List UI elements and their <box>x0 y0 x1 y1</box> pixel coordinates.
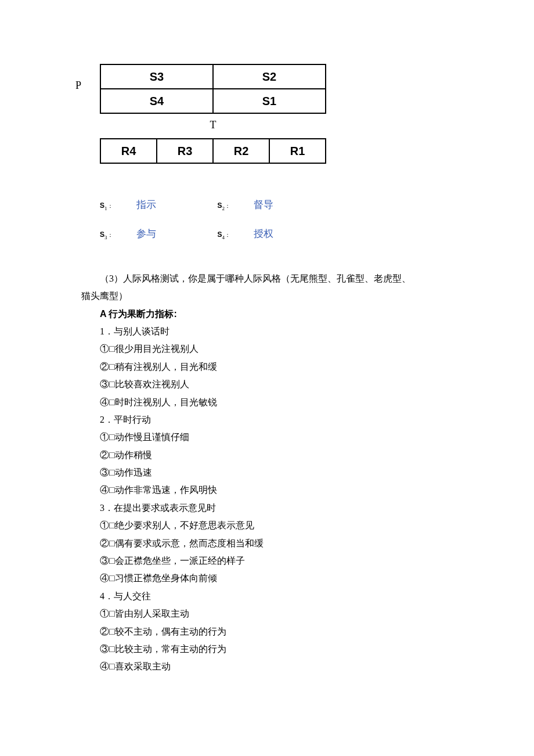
legend-s3-value: 参与 <box>136 225 218 243</box>
option-text: ④□时时注视别人，目光敏锐 <box>81 394 453 411</box>
leadership-style-diagram: P S3 S2 S4 S1 T R4 R3 R2 R1 S1： 指示 <box>93 64 453 244</box>
axis-label-t: T <box>100 114 326 138</box>
axis-label-p: P <box>75 75 81 95</box>
option-text: ④□动作非常迅速，作风明快 <box>81 481 453 499</box>
legend-s1-key: S1： <box>100 199 136 214</box>
option-text: ①□很少用目光注视别人 <box>81 340 453 358</box>
option-text: ③□比较喜欢注视别人 <box>81 376 453 393</box>
question-text: 3．在提出要求或表示意见时 <box>81 499 453 517</box>
questionnaire-body: （3）人际风格测试，你是属于哪种人际风格（无尾熊型、孔雀型、老虎型、 猫头鹰型）… <box>81 270 453 676</box>
quadrant-s4: S4 <box>100 89 213 113</box>
option-text: ②□动作稍慢 <box>81 447 453 464</box>
legend-s2-key: S2： <box>218 199 254 214</box>
quadrant-s1: S1 <box>213 89 326 113</box>
question-text: 1．与别人谈话时 <box>81 323 453 340</box>
option-text: ③□比较主动，常有主动的行为 <box>81 640 453 658</box>
readiness-r1: R1 <box>269 139 326 163</box>
option-text: ④□习惯正襟危坐身体向前倾 <box>81 570 453 587</box>
legend-s3-key: S3： <box>100 228 136 243</box>
readiness-r2: R2 <box>213 139 269 163</box>
section-a-title: A 行为果断力指标: <box>81 305 453 323</box>
readiness-r4: R4 <box>100 139 157 163</box>
quadrant-s2: S2 <box>213 64 326 89</box>
option-text: ③□动作迅速 <box>81 464 453 481</box>
readiness-row-table: R4 R3 R2 R1 <box>100 138 326 164</box>
option-text: ②□偶有要求或示意，然而态度相当和缓 <box>81 535 453 552</box>
option-text: ①□皆由别人采取主动 <box>81 605 453 622</box>
style-quadrant-table: S3 S2 S4 S1 <box>100 64 326 114</box>
readiness-r3: R3 <box>157 139 213 163</box>
legend-s4-key: S4： <box>218 228 254 243</box>
style-legend: S1： 指示 S2： 督导 S3： 参与 S4： 授权 <box>100 196 453 244</box>
option-text: ②□较不主动，偶有主动的行为 <box>81 623 453 640</box>
option-text: ②□稍有注视别人，目光和缓 <box>81 358 453 376</box>
legend-s2-value: 督导 <box>254 196 335 214</box>
intro-line-2: 猫头鹰型） <box>81 287 453 305</box>
option-text: ①□动作慢且谨慎仔细 <box>81 429 453 446</box>
quadrant-s3: S3 <box>100 64 213 89</box>
legend-s1-value: 指示 <box>136 196 218 214</box>
question-text: 4．与人交往 <box>81 588 453 605</box>
question-text: 2．平时行动 <box>81 411 453 429</box>
option-text: ④□喜欢采取主动 <box>81 658 453 675</box>
legend-s4-value: 授权 <box>254 225 335 243</box>
option-text: ③□会正襟危坐些，一派正经的样子 <box>81 552 453 570</box>
intro-line-1: （3）人际风格测试，你是属于哪种人际风格（无尾熊型、孔雀型、老虎型、 <box>81 270 453 287</box>
option-text: ①□绝少要求别人，不好意思表示意见 <box>81 517 453 534</box>
